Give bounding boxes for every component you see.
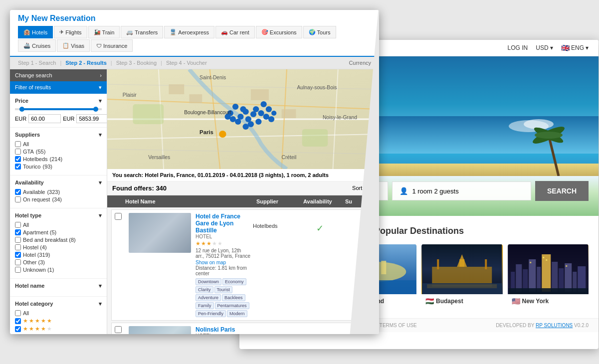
select-hotel-1[interactable] xyxy=(115,213,122,220)
type-hostel-checkbox[interactable] xyxy=(15,244,21,250)
filter-results-header[interactable]: Filter of results ▾ xyxy=(10,81,107,94)
hotel-name-label[interactable]: Hotel name ▾ xyxy=(15,283,102,289)
tab-visas[interactable]: 📋 Visas xyxy=(57,39,90,52)
reservation-app: My New Reservation 🏨 Hotels ✈ Flights 🚂 … xyxy=(10,10,379,334)
col-supplier[interactable]: Supplier xyxy=(256,198,301,204)
svg-text:Paris: Paris xyxy=(200,129,213,135)
hotel-category-label[interactable]: Hotel category ▾ xyxy=(15,301,102,307)
hotel-checkbox-1[interactable] xyxy=(115,213,127,221)
tab-transfers[interactable]: 🚐 Transfers xyxy=(121,26,163,38)
hotel-info-1: Hotel de France Gare de Lyon Bastille HO… xyxy=(196,213,251,317)
hotel-name-1[interactable]: Hotel de France Gare de Lyon Bastille xyxy=(196,213,251,234)
hotel-distance-1: Distance: 1.81 km from center xyxy=(196,265,251,276)
supplier-hotelbeds-checkbox[interactable] xyxy=(15,156,21,162)
price-min-input[interactable] xyxy=(28,114,61,123)
hotel-availability-2 xyxy=(300,326,340,334)
guests-input[interactable]: 👤 1 room 2 guests xyxy=(392,182,531,200)
tab-train[interactable]: 🚂 Train xyxy=(88,26,120,38)
hotel-type-2: HOTEL xyxy=(196,333,251,334)
budapest-flag: 🇭🇺 xyxy=(425,297,434,305)
price-max-input[interactable] xyxy=(76,114,107,123)
cat-3star-checkbox[interactable] xyxy=(15,334,21,335)
supplier-gta-checkbox[interactable] xyxy=(15,149,21,155)
hotel-info-2: Nolinski Paris HOTEL ★★★★★ 16 Avenue de … xyxy=(196,326,251,334)
type-hotel-checkbox[interactable] xyxy=(15,252,21,258)
availability-label[interactable]: Availability ▾ xyxy=(15,180,102,186)
tab-excursions[interactable]: 🎯 Excursions xyxy=(256,26,302,38)
step-2[interactable]: Step 2 - Results xyxy=(65,60,107,66)
svg-point-88 xyxy=(271,111,276,116)
map-container[interactable]: Map xyxy=(107,69,379,169)
tab-flights[interactable]: ✈ Flights xyxy=(54,26,87,38)
step-4[interactable]: Step 4 - Voucher xyxy=(166,60,207,66)
price-inputs: EUR EUR xyxy=(15,114,102,123)
col-hotel-name[interactable]: Hotel Name xyxy=(125,198,205,204)
sort-by-label[interactable]: Sort by ▾ xyxy=(352,185,374,191)
reservation-title: My New Reservation xyxy=(18,14,371,23)
type-bnb-checkbox[interactable] xyxy=(15,237,21,243)
svg-rect-48 xyxy=(543,257,544,258)
hotel-supplier-1: Hotelbeds xyxy=(253,213,298,229)
login-button[interactable]: LOG IN xyxy=(508,44,528,51)
cat-5star-checkbox[interactable] xyxy=(15,318,21,324)
company-link[interactable]: RP SOLUTIONS xyxy=(536,323,573,328)
hotel-type-1: HOTEL xyxy=(196,234,251,239)
hotel-price-2 xyxy=(342,326,372,334)
svg-point-79 xyxy=(266,106,272,112)
search-button[interactable]: SEARCH xyxy=(535,181,589,201)
tab-hotels[interactable]: 🏨 Hotels xyxy=(18,26,53,38)
tab-cruises[interactable]: 🚢 Cruises xyxy=(18,39,56,52)
type-all-checkbox[interactable] xyxy=(15,222,21,228)
svg-text:Créteil: Créteil xyxy=(282,155,297,160)
supplier-gta: GTA (55) xyxy=(15,149,102,155)
change-search-btn[interactable]: Change search › xyxy=(10,69,107,81)
svg-point-80 xyxy=(232,104,238,110)
price-slider[interactable] xyxy=(15,108,102,110)
col-availability[interactable]: Availability xyxy=(303,198,343,204)
supplier-hotelbeds: Hotelbeds (214) xyxy=(15,156,102,162)
svg-text:Noisy-le-Grand: Noisy-le-Grand xyxy=(323,115,357,120)
step-3[interactable]: Step 3 - Booking xyxy=(116,60,157,66)
destination-newyork[interactable]: 🇺🇸 New York xyxy=(508,244,589,308)
chevron-right-icon: › xyxy=(100,72,102,78)
excursions-icon: 🎯 xyxy=(261,29,268,35)
svg-rect-35 xyxy=(427,284,497,288)
amenity-tags-1: Downtown Economy Clarity Tourist Adventu… xyxy=(196,278,251,317)
cat-4star: ★★★★★ xyxy=(15,326,102,332)
destination-budapest[interactable]: 🇭🇺 Budapest xyxy=(421,244,503,308)
supplier-tourico-checkbox[interactable] xyxy=(15,164,21,170)
dev-label: DEVELOPED BY xyxy=(496,323,534,328)
terms-link[interactable]: TERMS OF USE xyxy=(380,323,417,328)
newyork-label: 🇺🇸 New York xyxy=(508,294,589,308)
hotel-name-filter: Hotel name ▾ xyxy=(10,279,107,297)
currency-selector[interactable]: USD ▾ xyxy=(536,44,553,51)
hotel-name-2[interactable]: Nolinski Paris xyxy=(196,326,251,333)
currency-label: Currency xyxy=(349,60,371,66)
language-selector[interactable]: 🇬🇧 ENG ▾ xyxy=(561,44,589,52)
hotel-checkbox-2[interactable] xyxy=(115,326,127,334)
avail-available-checkbox[interactable] xyxy=(15,189,21,195)
type-other-checkbox[interactable] xyxy=(15,259,21,265)
cat-all-checkbox[interactable] xyxy=(15,310,21,316)
tab-aeroexpress[interactable]: 🚆 Aeroexpress xyxy=(164,26,214,38)
type-unknown-checkbox[interactable] xyxy=(15,267,21,273)
svg-rect-47 xyxy=(578,266,586,292)
tab-carrent[interactable]: 🚗 Car rent xyxy=(215,26,255,38)
price-filter-label[interactable]: Price ▾ xyxy=(15,98,102,104)
cat-4star-checkbox[interactable] xyxy=(15,326,21,332)
avail-request-checkbox[interactable] xyxy=(15,196,21,202)
supplier-all-checkbox[interactable] xyxy=(15,141,21,147)
tab-tours[interactable]: 🌍 Tours xyxy=(303,26,336,38)
svg-rect-66 xyxy=(190,94,202,103)
type-apartment-checkbox[interactable] xyxy=(15,229,21,235)
suppliers-chevron-icon: ▾ xyxy=(99,132,102,138)
hotel-type-label[interactable]: Hotel type ▾ xyxy=(15,212,102,219)
show-map-1[interactable]: Show on map xyxy=(196,260,251,265)
res-body: Change search › Filter of results ▾ Pric… xyxy=(10,69,379,334)
tab-insurance[interactable]: 🛡 Insurance xyxy=(91,39,133,52)
newyork-image xyxy=(508,244,589,294)
step-1[interactable]: Step 1 - Search xyxy=(18,60,56,66)
suppliers-label[interactable]: Suppliers ▾ xyxy=(15,132,102,138)
select-hotel-2[interactable] xyxy=(115,326,122,333)
hotel-name-chevron-icon: ▾ xyxy=(99,283,102,289)
